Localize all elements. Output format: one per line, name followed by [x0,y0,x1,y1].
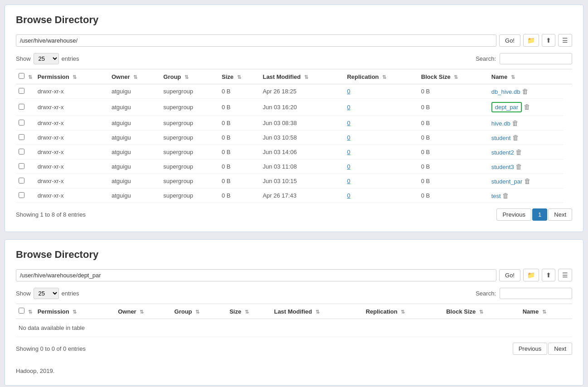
row-checkbox-cell[interactable] [16,189,35,203]
list-icon-btn-1[interactable]: ☰ [558,34,572,47]
th-size-2[interactable]: Size ⇅ [227,304,271,319]
list-icon-btn-2[interactable]: ☰ [558,269,572,281]
name-cell: hive.db 🗑 [489,116,563,131]
replication-cell[interactable]: 0 [344,174,418,189]
th-name-1[interactable]: Name ⇅ [489,69,563,84]
delete-btn[interactable]: 🗑 [524,103,530,111]
directory-table-2: ⇅ Permission ⇅ Owner ⇅ Group ⇅ Size ⇅ La… [16,304,572,337]
select-all-checkbox-2[interactable] [19,308,24,314]
th-last-modified-1[interactable]: Last Modified ⇅ [260,69,344,84]
show-select-2[interactable]: 25 50 100 [34,288,59,299]
group-cell: supergroup [160,84,219,99]
row-checkbox-cell[interactable] [16,99,35,116]
row-checkbox[interactable] [19,149,24,155]
search-input-1[interactable] [500,53,572,64]
replication-cell[interactable]: 0 [344,99,418,116]
sort-icon-select-2: ⇅ [28,309,32,315]
table-row: drwxr-xr-x atguigu supergroup 0 B Apr 26… [16,84,572,99]
search-input-2[interactable] [500,288,572,299]
previous-button-1[interactable]: Previous [496,208,531,221]
th-block-size-2[interactable]: Block Size ⇅ [443,304,520,319]
folder-icon-btn-1[interactable]: 📁 [523,34,539,47]
delete-btn[interactable]: 🗑 [515,163,522,170]
next-button-2[interactable]: Next [548,343,572,355]
owner-cell: atguigu [109,145,160,160]
path-input-1[interactable] [16,34,496,47]
replication-cell[interactable]: 0 [344,84,418,99]
replication-cell[interactable]: 0 [344,160,418,174]
table-row: drwxr-xr-x atguigu supergroup 0 B Jun 03… [16,160,572,174]
path-row-1: Go! 📁 ⬆ ☰ [16,34,572,47]
owner-cell: atguigu [109,160,160,174]
row-checkbox[interactable] [19,178,24,184]
block-size-cell: 0 B [418,174,489,189]
th-group-1[interactable]: Group ⇅ [160,69,219,84]
folder-icon-btn-2[interactable]: 📁 [523,269,539,281]
pagination-btns-1: Previous 1 Next [496,208,572,221]
th-name-2[interactable]: Name ⇅ [520,304,572,319]
row-checkbox[interactable] [19,163,24,169]
browse-directory-panel-2: Browse Directory Go! 📁 ⬆ ☰ Show 25 50 10… [5,239,583,386]
row-checkbox[interactable] [19,88,24,94]
pagination-row-1: Showing 1 to 8 of 8 entries Previous 1 N… [16,208,572,221]
go-button-2[interactable]: Go! [499,269,520,281]
th-select-all-1[interactable]: ⇅ [16,69,35,84]
row-checkbox-cell[interactable] [16,160,35,174]
th-owner-2[interactable]: Owner ⇅ [115,304,171,319]
delete-btn[interactable]: 🗑 [522,87,529,95]
go-button-1[interactable]: Go! [499,34,520,47]
last-modified-cell: Jun 03 11:08 [260,160,344,174]
select-all-checkbox-1[interactable] [19,73,24,79]
th-last-modified-2[interactable]: Last Modified ⇅ [271,304,363,319]
replication-cell[interactable]: 0 [344,131,418,145]
replication-cell[interactable]: 0 [344,116,418,131]
th-size-1[interactable]: Size ⇅ [219,69,260,84]
row-checkbox[interactable] [19,134,24,140]
show-select-1[interactable]: 25 50 100 [34,53,59,64]
previous-button-2[interactable]: Previous [513,343,548,355]
delete-btn[interactable]: 🗑 [515,148,522,156]
th-group-2[interactable]: Group ⇅ [172,304,227,319]
row-checkbox[interactable] [19,104,24,110]
up-icon-btn-2[interactable]: ⬆ [542,269,555,281]
block-size-cell: 0 B [418,116,489,131]
th-replication-2[interactable]: Replication ⇅ [363,304,444,319]
replication-cell[interactable]: 0 [344,145,418,160]
last-modified-cell: Jun 03 08:38 [260,116,344,131]
next-button-1[interactable]: Next [548,208,572,221]
delete-btn[interactable]: 🗑 [502,192,509,199]
block-size-cell: 0 B [418,99,489,116]
th-select-all-2[interactable]: ⇅ [16,304,35,319]
group-cell: supergroup [160,131,219,145]
replication-cell[interactable]: 0 [344,189,418,203]
row-checkbox-cell[interactable] [16,131,35,145]
path-input-2[interactable] [16,269,496,281]
row-checkbox-cell[interactable] [16,145,35,160]
delete-btn[interactable]: 🗑 [524,177,531,185]
show-entries-1: Show 25 50 100 entries [16,53,79,64]
row-checkbox[interactable] [19,192,24,198]
entries-label-2: entries [62,290,79,297]
row-checkbox[interactable] [19,120,24,126]
sort-icon-select: ⇅ [28,74,32,80]
row-checkbox-cell[interactable] [16,84,35,99]
th-permission-1[interactable]: Permission ⇅ [35,69,109,84]
page-1-button-1[interactable]: 1 [532,208,547,221]
search-label-1: Search: [476,55,496,62]
up-icon-btn-1[interactable]: ⬆ [542,34,555,47]
row-checkbox-cell[interactable] [16,174,35,189]
delete-btn[interactable]: 🗑 [512,119,519,127]
permission-cell: drwxr-xr-x [35,131,109,145]
block-size-cell: 0 B [418,131,489,145]
table-row: drwxr-xr-x atguigu supergroup 0 B Jun 03… [16,174,572,189]
search-label-2: Search: [476,290,496,297]
delete-btn[interactable]: 🗑 [512,134,519,141]
row-checkbox-cell[interactable] [16,116,35,131]
show-entries-2: Show 25 50 100 entries [16,288,79,299]
th-block-size-1[interactable]: Block Size ⇅ [418,69,489,84]
last-modified-cell: Jun 03 14:06 [260,145,344,160]
th-owner-1[interactable]: Owner ⇅ [109,69,160,84]
th-replication-1[interactable]: Replication ⇅ [344,69,418,84]
name-cell: db_hive.db 🗑 [489,84,563,99]
th-permission-2[interactable]: Permission ⇅ [35,304,116,319]
